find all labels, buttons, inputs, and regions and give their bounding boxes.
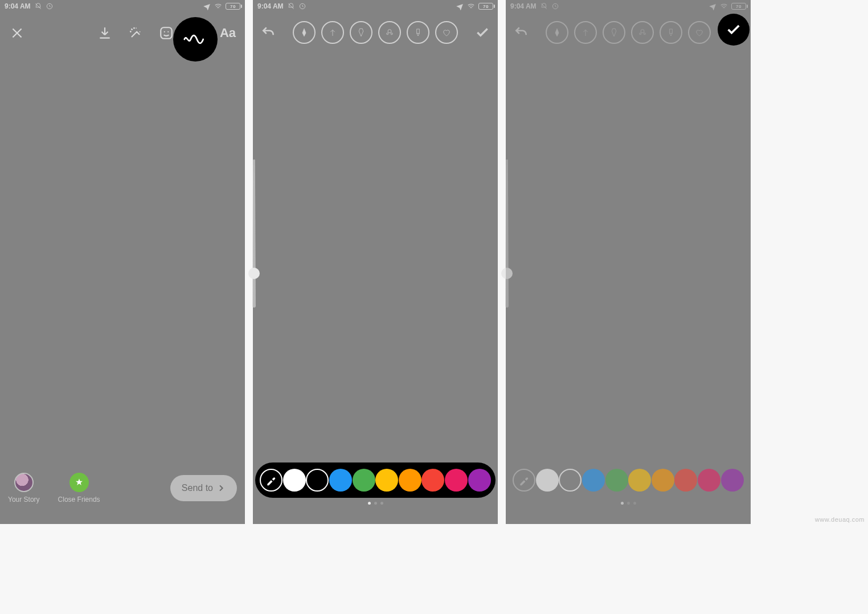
color-palette	[255, 462, 496, 498]
story-draw-mode: 9:04 AM 70	[253, 0, 498, 524]
close-friends-label: Close Friends	[58, 496, 100, 504]
star-icon	[69, 473, 89, 492]
dnd-icon	[34, 2, 42, 10]
color-swatch-purple[interactable]	[468, 469, 491, 492]
wifi-icon	[467, 2, 475, 10]
clock-icon	[298, 2, 306, 10]
status-time: 9:04 AM	[510, 2, 537, 10]
eyedropper-button[interactable]	[513, 469, 535, 492]
color-swatch-green[interactable]	[605, 469, 628, 492]
status-bar: 9:04 AM 70	[253, 0, 498, 13]
wifi-icon	[720, 2, 728, 10]
airplane-icon	[203, 2, 211, 10]
color-swatch-magenta[interactable]	[698, 469, 720, 492]
send-to-label: Send to	[182, 483, 213, 493]
dot	[633, 502, 636, 505]
dot	[374, 502, 377, 505]
marker-tool[interactable]	[350, 21, 372, 44]
draw-toolbar	[253, 13, 498, 49]
color-swatch-blue[interactable]	[329, 469, 352, 492]
status-bar: 9:04 AM 70	[0, 0, 245, 13]
airplane-icon	[456, 2, 464, 10]
send-to-button[interactable]: Send to	[170, 475, 237, 501]
watermark: www.deuaq.com	[815, 516, 865, 523]
done-button-highlight	[718, 14, 750, 46]
brush-size-slider[interactable]	[251, 159, 257, 308]
neon-tool[interactable]	[631, 21, 654, 44]
dot	[621, 502, 624, 505]
neon-tool[interactable]	[378, 21, 401, 44]
svg-point-14	[640, 33, 641, 35]
dot	[368, 502, 371, 505]
svg-point-15	[644, 33, 645, 35]
share-bar: Your Story Close Friends Send to	[0, 473, 245, 504]
draw-button-highlight	[173, 17, 218, 62]
svg-point-9	[391, 33, 392, 35]
color-swatch-white[interactable]	[283, 469, 306, 492]
color-swatch-blue[interactable]	[582, 469, 605, 492]
status-time: 9:04 AM	[257, 2, 284, 10]
svg-rect-2	[161, 27, 172, 39]
color-swatch-red[interactable]	[674, 469, 697, 492]
close-button[interactable]	[6, 22, 28, 44]
svg-rect-16	[670, 29, 673, 34]
arrow-tool[interactable]	[321, 21, 344, 44]
brush-tools	[293, 21, 458, 44]
pen-tool[interactable]	[546, 21, 568, 44]
color-palette	[508, 462, 748, 498]
arrow-tool[interactable]	[574, 21, 597, 44]
wifi-icon	[214, 2, 222, 10]
heart-tool[interactable]	[435, 21, 458, 44]
battery-icon: 70	[478, 3, 493, 10]
chisel-tool[interactable]	[407, 21, 429, 44]
svg-point-8	[387, 33, 388, 35]
battery-icon: 70	[731, 3, 746, 10]
status-bar: 9:04 AM 70	[506, 0, 751, 13]
your-story-button[interactable]: Your Story	[8, 473, 40, 504]
undo-button[interactable]	[257, 21, 280, 44]
color-swatch-magenta[interactable]	[445, 469, 468, 492]
color-swatch-red[interactable]	[421, 469, 444, 492]
story-editor-main: 9:04 AM 70	[0, 0, 245, 524]
color-swatch-yellow[interactable]	[628, 469, 651, 492]
heart-tool[interactable]	[688, 21, 711, 44]
your-story-label: Your Story	[8, 496, 40, 504]
color-swatch-orange[interactable]	[652, 469, 674, 492]
download-button[interactable]	[93, 22, 116, 44]
slider-thumb[interactable]	[248, 268, 260, 279]
svg-point-7	[388, 30, 391, 33]
battery-icon: 70	[226, 3, 240, 10]
draw-toolbar	[506, 13, 751, 49]
chisel-tool[interactable]	[660, 21, 682, 44]
color-swatch-white[interactable]	[536, 469, 559, 492]
color-swatch-orange[interactable]	[399, 469, 421, 492]
color-swatch-yellow[interactable]	[375, 469, 398, 492]
eyedropper-button[interactable]	[260, 469, 282, 492]
slider-track	[252, 159, 256, 308]
slider-track	[505, 159, 509, 308]
text-button[interactable]: Aa	[216, 22, 239, 44]
avatar-icon	[14, 473, 34, 492]
undo-button[interactable]	[510, 21, 533, 44]
airplane-icon	[709, 2, 716, 10]
dnd-icon	[287, 2, 295, 10]
done-button[interactable]	[471, 21, 494, 44]
marker-tool[interactable]	[603, 21, 625, 44]
color-swatch-black[interactable]	[559, 469, 582, 492]
color-swatch-purple[interactable]	[721, 469, 744, 492]
close-friends-button[interactable]: Close Friends	[58, 473, 100, 504]
dot	[380, 502, 383, 505]
color-swatch-green[interactable]	[353, 469, 375, 492]
svg-point-13	[641, 30, 644, 33]
svg-point-4	[167, 31, 169, 32]
palette-page-dots	[506, 502, 751, 505]
brush-tools	[546, 21, 711, 44]
slider-thumb[interactable]	[501, 268, 513, 279]
brush-size-slider[interactable]	[504, 159, 510, 308]
color-swatch-black[interactable]	[306, 469, 329, 492]
palette-page-dots	[253, 502, 498, 505]
pen-tool[interactable]	[293, 21, 316, 44]
editor-topbar: Aa	[0, 13, 245, 49]
dot	[627, 502, 630, 505]
effects-button[interactable]	[124, 22, 147, 44]
